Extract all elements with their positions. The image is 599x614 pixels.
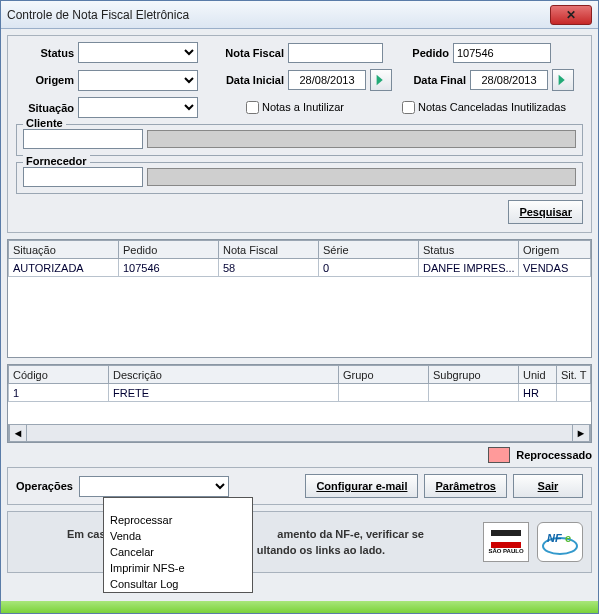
dropdown-item-cancelar[interactable]: Cancelar bbox=[104, 544, 252, 560]
col-grupo[interactable]: Grupo bbox=[339, 366, 429, 384]
window-title: Controle de Nota Fiscal Eletrônica bbox=[7, 8, 189, 22]
cell-grupo bbox=[339, 384, 429, 402]
status-select[interactable] bbox=[78, 42, 198, 63]
operacoes-label: Operações bbox=[16, 480, 73, 492]
svg-text:e: e bbox=[565, 532, 571, 544]
col-descricao[interactable]: Descrição bbox=[109, 366, 339, 384]
items-grid: Código Descrição Grupo Subgrupo Unid Sit… bbox=[7, 364, 592, 443]
col-subgrupo[interactable]: Subgrupo bbox=[429, 366, 519, 384]
pedido-label: Pedido bbox=[387, 47, 449, 59]
table-row[interactable]: AUTORIZADA 107546 58 0 DANFE IMPRES... V… bbox=[9, 259, 591, 277]
pedido-input[interactable] bbox=[453, 43, 551, 63]
app-window: Controle de Nota Fiscal Eletrônica ✕ Sta… bbox=[0, 0, 599, 614]
sao-paulo-logo[interactable]: SÃO PAULO bbox=[483, 522, 529, 562]
origem-label: Origem bbox=[16, 74, 74, 86]
dropdown-item-reprocessar[interactable]: Reprocessar bbox=[104, 512, 252, 528]
datafinal-input[interactable] bbox=[470, 70, 548, 90]
scroll-right-icon[interactable]: ► bbox=[572, 425, 590, 441]
col-origem[interactable]: Origem bbox=[519, 241, 591, 259]
datainicial-label: Data Inicial bbox=[202, 74, 284, 86]
calendar-arrow-icon bbox=[556, 73, 570, 87]
nfe-logo[interactable]: NF e bbox=[537, 522, 583, 562]
fornecedor-progress bbox=[147, 168, 576, 186]
cell-situacao: AUTORIZADA bbox=[9, 259, 119, 277]
operations-panel: Operações Configurar e-mail Parâmetros S… bbox=[7, 467, 592, 505]
cliente-input[interactable] bbox=[23, 129, 143, 149]
col-codigo[interactable]: Código bbox=[9, 366, 109, 384]
col-unid[interactable]: Unid bbox=[519, 366, 557, 384]
title-bar: Controle de Nota Fiscal Eletrônica ✕ bbox=[1, 1, 598, 29]
scroll-left-icon[interactable]: ◄ bbox=[9, 425, 27, 441]
dropdown-item-imprimir-nfse[interactable]: Imprimir NFS-e bbox=[104, 560, 252, 576]
svg-rect-1 bbox=[491, 536, 521, 542]
info-panel: Em caso d amento da NF-e, verificar se s… bbox=[7, 511, 592, 573]
info-text-4: ultando os links ao lado. bbox=[257, 544, 385, 556]
col-notafiscal[interactable]: Nota Fiscal bbox=[219, 241, 319, 259]
dropdown-item-consultar-log[interactable]: Consultar Log bbox=[104, 576, 252, 592]
window-body: Status Nota Fiscal Pedido Origem Data In… bbox=[1, 29, 598, 613]
chk-inutilizar-text: Notas a Inutilizar bbox=[262, 101, 344, 113]
cell-sit bbox=[557, 384, 591, 402]
cliente-fieldset: Cliente bbox=[16, 124, 583, 156]
chk-inutilizar[interactable] bbox=[246, 101, 259, 114]
grid1-empty-area bbox=[8, 277, 591, 357]
chk-canceladas[interactable] bbox=[402, 101, 415, 114]
close-button[interactable]: ✕ bbox=[550, 5, 592, 25]
filters-panel: Status Nota Fiscal Pedido Origem Data In… bbox=[7, 35, 592, 233]
cell-origem: VENDAS bbox=[519, 259, 591, 277]
grid2-header-row: Código Descrição Grupo Subgrupo Unid Sit… bbox=[9, 366, 591, 384]
cliente-legend: Cliente bbox=[23, 117, 66, 129]
situacao-label: Situação bbox=[16, 102, 74, 114]
col-situacao[interactable]: Situação bbox=[9, 241, 119, 259]
cell-descricao: FRETE bbox=[109, 384, 339, 402]
notafiscal-label: Nota Fiscal bbox=[202, 47, 284, 59]
col-serie[interactable]: Série bbox=[319, 241, 419, 259]
chk-canceladas-text: Notas Canceladas Inutilizadas bbox=[418, 101, 566, 113]
datafinal-label: Data Final bbox=[396, 74, 466, 86]
fornecedor-input[interactable] bbox=[23, 167, 143, 187]
col-sit[interactable]: Sit. T bbox=[557, 366, 591, 384]
table-row[interactable]: 1 FRETE HR bbox=[9, 384, 591, 402]
fornecedor-legend: Fornecedor bbox=[23, 155, 90, 167]
datafinal-calendar-button[interactable] bbox=[552, 69, 574, 91]
grid2-empty-area bbox=[8, 402, 591, 424]
notafiscal-input[interactable] bbox=[288, 43, 383, 63]
parametros-button[interactable]: Parâmetros bbox=[424, 474, 507, 498]
dropdown-spacer bbox=[104, 498, 252, 512]
cell-unid: HR bbox=[519, 384, 557, 402]
grid2-scrollbar[interactable]: ◄ ► bbox=[8, 424, 591, 442]
sp-flag-icon bbox=[491, 530, 521, 548]
svg-text:NF: NF bbox=[547, 532, 562, 544]
nfe-icon: NF e bbox=[541, 526, 579, 558]
datainicial-calendar-button[interactable] bbox=[370, 69, 392, 91]
fornecedor-fieldset: Fornecedor bbox=[16, 162, 583, 194]
info-text-2: amento da NF-e, verificar se bbox=[277, 528, 424, 540]
chk-canceladas-label[interactable]: Notas Canceladas Inutilizadas bbox=[402, 101, 566, 115]
col-pedido[interactable]: Pedido bbox=[119, 241, 219, 259]
situacao-select[interactable] bbox=[78, 97, 198, 118]
close-icon: ✕ bbox=[566, 8, 576, 22]
reprocessado-swatch bbox=[488, 447, 510, 463]
origem-select[interactable] bbox=[78, 70, 198, 91]
sair-button[interactable]: Sair bbox=[513, 474, 583, 498]
sp-text: SÃO PAULO bbox=[488, 548, 523, 554]
grid1-header-row: Situação Pedido Nota Fiscal Série Status… bbox=[9, 241, 591, 259]
results-grid: Situação Pedido Nota Fiscal Série Status… bbox=[7, 239, 592, 358]
operacoes-select[interactable] bbox=[79, 476, 229, 497]
chk-inutilizar-label[interactable]: Notas a Inutilizar bbox=[246, 101, 344, 115]
cell-nota: 58 bbox=[219, 259, 319, 277]
footer-bar bbox=[1, 601, 598, 613]
cell-status: DANFE IMPRES... bbox=[419, 259, 519, 277]
reprocessado-label: Reprocessado bbox=[516, 449, 592, 461]
operacoes-dropdown: Reprocessar Venda Cancelar Imprimir NFS-… bbox=[103, 497, 253, 593]
configurar-email-button[interactable]: Configurar e-mail bbox=[305, 474, 418, 498]
status-label: Status bbox=[16, 47, 74, 59]
cell-subgrupo bbox=[429, 384, 519, 402]
col-status[interactable]: Status bbox=[419, 241, 519, 259]
cliente-progress bbox=[147, 130, 576, 148]
datainicial-input[interactable] bbox=[288, 70, 366, 90]
calendar-arrow-icon bbox=[374, 73, 388, 87]
pesquisar-button[interactable]: Pesquisar bbox=[508, 200, 583, 224]
dropdown-item-venda[interactable]: Venda bbox=[104, 528, 252, 544]
legend-row: Reprocessado bbox=[7, 443, 592, 467]
